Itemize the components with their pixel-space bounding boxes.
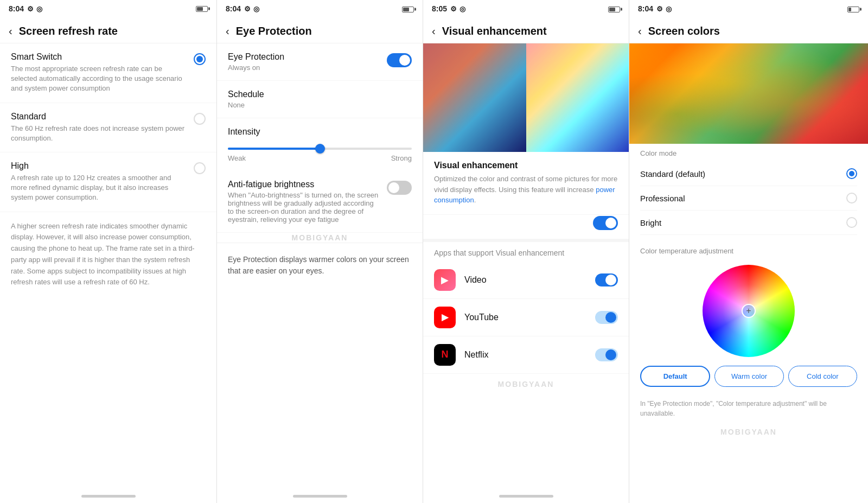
settings-icon-2: ⚙	[244, 5, 251, 13]
color-mode-standard-name: Standard (default)	[640, 169, 846, 179]
color-mode-bright[interactable]: Bright	[640, 211, 857, 235]
standard-text: Standard The 60 Hz refresh rate does not…	[11, 112, 187, 143]
color-mode-standard-radio[interactable]	[846, 168, 857, 179]
high-radio[interactable]	[194, 162, 206, 174]
standard-desc: The 60 Hz refresh rate does not increase…	[11, 124, 187, 143]
battery-icon-1	[196, 6, 208, 12]
back-button-4[interactable]: ‹	[638, 25, 642, 37]
color-wheel[interactable]: +	[703, 265, 795, 357]
color-mode-professional[interactable]: Professional	[640, 186, 857, 211]
schedule-info: Schedule None	[228, 90, 412, 109]
color-mode-label: Color mode	[640, 149, 857, 157]
status-bar-1: 8:04 ⚙ ◎	[0, 0, 216, 17]
watermark-3: MOBIGYAAN	[423, 374, 629, 394]
intensity-track[interactable]	[228, 148, 412, 150]
color-mode-bright-name: Bright	[640, 218, 846, 227]
location-icon-2: ◎	[253, 5, 259, 13]
battery-area-2	[402, 5, 414, 13]
home-bar-1	[81, 495, 136, 498]
color-mode-bright-radio[interactable]	[846, 217, 857, 228]
header-2: ‹ Eye Protection	[217, 17, 423, 43]
standard-radio[interactable]	[194, 113, 206, 125]
enhancement-preview	[423, 43, 629, 152]
eye-protection-sub: Always on	[228, 63, 380, 72]
battery-icon-2	[402, 7, 414, 12]
time-2: 8:04	[226, 4, 241, 13]
app-row-netflix[interactable]: N Netflix	[423, 336, 629, 374]
anti-fatigue-title: Anti-fatigue brightness	[228, 180, 380, 189]
color-buttons: Default Warm color Cold color	[629, 366, 868, 393]
color-mode-professional-radio[interactable]	[846, 193, 857, 203]
intensity-thumb[interactable]	[315, 144, 325, 154]
high-title: High	[11, 161, 187, 171]
back-button-2[interactable]: ‹	[226, 25, 229, 37]
eye-protection-toggle[interactable]	[387, 53, 412, 67]
apps-section-header: Apps that support Visual enhancement	[423, 242, 629, 262]
fruit-preview-image	[629, 43, 868, 144]
page-title-2: Eye Protection	[236, 25, 312, 37]
app-row-youtube[interactable]: ▶ YouTube	[423, 299, 629, 336]
video-toggle[interactable]	[595, 273, 618, 286]
anti-fatigue-toggle[interactable]	[387, 181, 412, 195]
watermark-4: MOBIGYAAN	[629, 424, 868, 440]
panel-visual-enhancement: 8:05 ⚙ ◎ ‹ Visual enhancement Visual enh…	[423, 0, 629, 503]
schedule-title: Schedule	[228, 90, 412, 99]
home-bar-2	[293, 495, 347, 498]
color-btn-cold[interactable]: Cold color	[788, 366, 857, 387]
app-row-video[interactable]: ▶ Video	[423, 262, 629, 299]
anti-fatigue-desc: When "Auto-brightness" is turned on, the…	[228, 191, 380, 224]
watermark-2: MOBIGYAAN	[217, 233, 423, 243]
ve-toggle-row	[423, 215, 629, 239]
smart-switch-title: Smart Switch	[11, 52, 187, 62]
back-button-3[interactable]: ‹	[432, 25, 436, 37]
battery-icon-3	[608, 7, 620, 12]
preview-right	[526, 43, 629, 152]
home-indicator-3	[423, 489, 629, 503]
youtube-play-icon: ▶	[442, 312, 448, 322]
battery-area-3	[608, 5, 620, 13]
refresh-standard[interactable]: Standard The 60 Hz refresh rate does not…	[0, 103, 216, 152]
location-icon-3: ◎	[459, 5, 465, 13]
status-bar-3: 8:05 ⚙ ◎	[423, 0, 629, 17]
time-1: 8:04	[9, 4, 24, 13]
status-icons-2: ⚙ ◎	[244, 5, 259, 13]
settings-icon-3: ⚙	[450, 5, 457, 13]
ve-title: Visual enhancement	[434, 161, 618, 170]
ve-toggle[interactable]	[593, 216, 618, 230]
refresh-smart-switch[interactable]: Smart Switch The most appropriate screen…	[0, 43, 216, 103]
video-app-name: Video	[464, 275, 595, 285]
status-icons-3: ⚙ ◎	[450, 5, 465, 13]
page-title-1: Screen refresh rate	[19, 25, 118, 37]
netflix-toggle[interactable]	[595, 348, 618, 361]
eye-note: Eye Protection displays warmer colors on…	[217, 243, 423, 288]
panel-screen-colors: 8:04 ⚙ ◎ ‹ Screen colors Color mode Stan…	[629, 0, 868, 503]
netflix-app-name: Netflix	[464, 350, 595, 360]
color-btn-warm[interactable]: Warm color	[714, 366, 783, 387]
header-1: ‹ Screen refresh rate	[0, 17, 216, 43]
smart-switch-desc: The most appropriate screen refresh rate…	[11, 64, 187, 94]
eye-protection-info: Eye Protection Always on	[228, 52, 380, 72]
status-bar-2: 8:04 ⚙ ◎	[217, 0, 423, 17]
color-mode-standard[interactable]: Standard (default)	[640, 162, 857, 186]
header-3: ‹ Visual enhancement	[423, 17, 629, 43]
color-mode-professional-name: Professional	[640, 194, 846, 203]
youtube-toggle[interactable]	[595, 311, 618, 324]
refresh-high[interactable]: High A refresh rate up to 120 Hz creates…	[0, 152, 216, 212]
settings-icon-4: ⚙	[656, 5, 663, 13]
color-temp-label: Color temperature adjustment	[629, 238, 868, 259]
schedule-row[interactable]: Schedule None	[217, 81, 423, 118]
refresh-info: A higher screen refresh rate indicates s…	[0, 212, 216, 297]
netflix-n-icon: N	[442, 349, 449, 360]
panel-screen-refresh: 8:04 ⚙ ◎ ‹ Screen refresh rate Smart Swi…	[0, 0, 217, 503]
page-title-3: Visual enhancement	[442, 25, 547, 37]
wheel-cursor[interactable]: +	[742, 304, 756, 318]
smart-switch-radio[interactable]	[194, 53, 206, 65]
content-2: Eye Protection Always on Schedule None I…	[217, 43, 423, 489]
intensity-slider-container: Weak Strong	[217, 140, 423, 171]
youtube-icon: ▶	[434, 307, 456, 328]
intensity-strong: Strong	[391, 154, 412, 162]
content-1: Smart Switch The most appropriate screen…	[0, 43, 216, 489]
back-button-1[interactable]: ‹	[9, 25, 12, 37]
anti-fatigue-info: Anti-fatigue brightness When "Auto-brigh…	[228, 180, 380, 224]
color-btn-default[interactable]: Default	[640, 366, 710, 387]
